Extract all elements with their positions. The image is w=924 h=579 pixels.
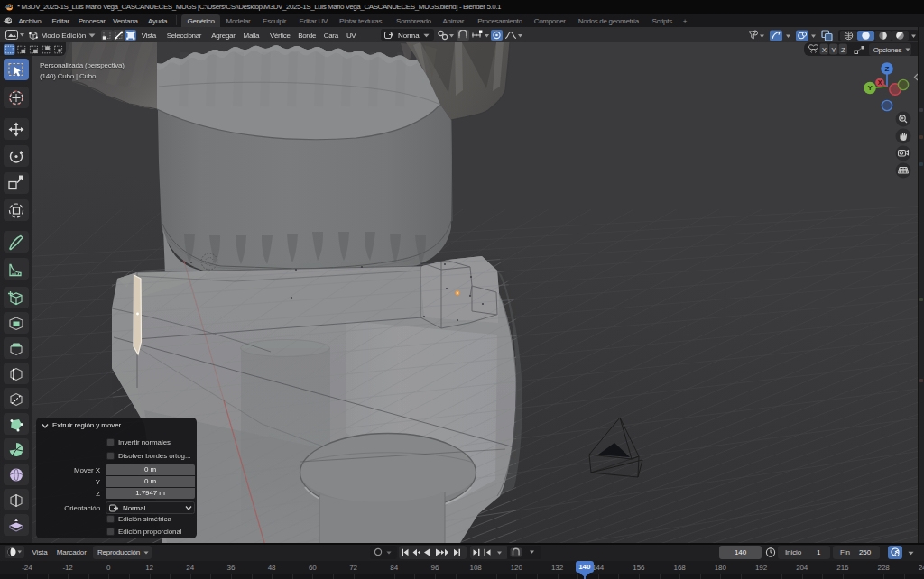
svg-text:Z: Z xyxy=(885,65,890,73)
svg-text:Y: Y xyxy=(867,84,873,92)
svg-text:X: X xyxy=(878,79,882,86)
